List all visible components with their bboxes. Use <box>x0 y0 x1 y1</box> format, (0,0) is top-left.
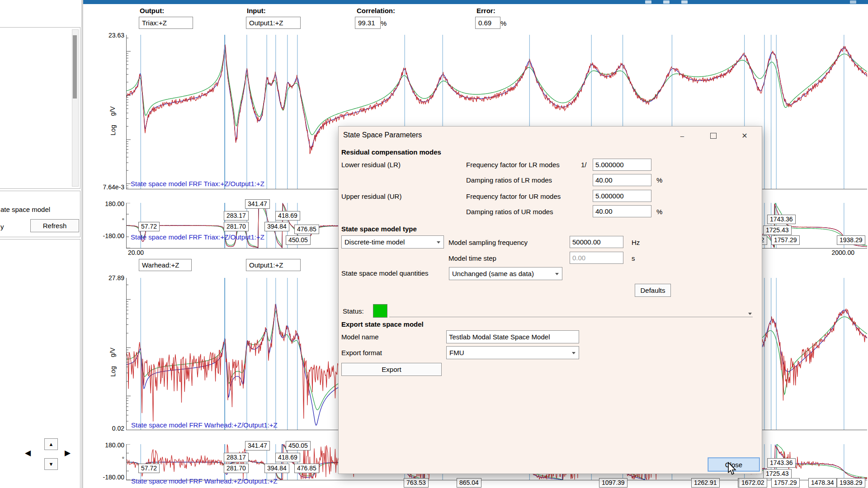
cursor-annotation[interactable]: 418.69 <box>275 211 300 221</box>
status-label: Status: <box>343 307 364 315</box>
timestep-input <box>570 252 623 264</box>
correlation-label: Correlation: <box>357 7 395 14</box>
input-field-2[interactable]: Output1:+Z <box>246 259 301 271</box>
cursor-annotation[interactable]: 1478.34 <box>808 478 837 488</box>
cursor-annotation[interactable]: 1672.02 <box>739 478 767 488</box>
output-field-2[interactable]: Warhead:+Z <box>139 259 192 271</box>
damp-lr-unit: % <box>656 176 662 184</box>
cursor-annotation[interactable]: 283.17 <box>224 453 249 462</box>
pan-left-button[interactable]: ◀ <box>25 448 31 458</box>
cursor-annotation[interactable]: 1757.29 <box>771 235 800 245</box>
scrollbar-track[interactable] <box>72 29 79 187</box>
up-arrow-icon: ▲ <box>49 441 54 447</box>
cursor-annotation[interactable]: 394.84 <box>264 464 289 473</box>
error-label: Error: <box>476 7 495 14</box>
cursor-annotation[interactable]: 281.70 <box>224 222 249 231</box>
pan-down-button[interactable]: ▼ <box>44 458 58 470</box>
freq-lr-input[interactable] <box>593 159 651 171</box>
sampling-input[interactable] <box>570 236 623 248</box>
cursor-annotation[interactable]: 1757.29 <box>771 478 800 488</box>
scrollbar-thumb[interactable] <box>73 35 77 99</box>
y-axis-unit-label: g/V <box>109 347 116 357</box>
cursor-annotation[interactable]: 341.47 <box>245 199 270 209</box>
damp-ur-label: Damping ratios of UR modes <box>466 208 553 216</box>
freq-lr-label: Frequency factor for LR modes <box>466 161 560 169</box>
freq-ur-input[interactable] <box>593 190 651 202</box>
cursor-annotation[interactable]: 1938.29 <box>837 478 865 488</box>
cursor-annotation[interactable]: 1725.43 <box>763 225 792 235</box>
cursor-annotation[interactable]: 283.17 <box>224 211 249 221</box>
dialog-title: State Space Parameters <box>343 131 422 139</box>
refresh-button[interactable]: Refresh <box>30 219 79 232</box>
right-arrow-icon: ▶ <box>65 449 71 457</box>
error-unit: % <box>500 19 506 27</box>
damp-ur-input[interactable] <box>593 205 651 217</box>
defaults-button[interactable]: Defaults <box>635 284 671 297</box>
cursor-annotation[interactable]: 1097.39 <box>599 478 627 488</box>
cursor-annotation[interactable]: 57.72 <box>138 464 160 473</box>
y-min-label: 7.64e-3 <box>88 183 124 191</box>
export-format-value: FMU <box>449 349 464 357</box>
y-max-label: 27.89 <box>88 274 124 282</box>
y-axis-unit-label: g/V <box>109 106 116 116</box>
toolbar-icon[interactable] <box>681 0 688 4</box>
cursor-annotation[interactable]: 763.53 <box>404 478 429 488</box>
section-model-type: State space model type <box>341 225 417 233</box>
y-axis-scale-label: Log <box>109 125 117 135</box>
cursor-annotation[interactable]: 281.70 <box>224 464 249 473</box>
export-button[interactable]: Export <box>341 363 442 376</box>
cursor-annotation[interactable]: 450.05 <box>286 235 311 245</box>
partial-label: y <box>0 223 4 230</box>
maximize-icon <box>710 133 717 139</box>
left-arrow-icon: ◀ <box>25 449 31 457</box>
cursor-annotation[interactable]: 1262.91 <box>691 478 720 488</box>
cursor-annotation[interactable]: 1743.36 <box>767 458 796 468</box>
model-name-input[interactable] <box>446 330 579 343</box>
toolbar-icon[interactable] <box>645 0 651 4</box>
cursor-annotation[interactable]: 1743.36 <box>767 215 796 224</box>
cursor-annotation[interactable]: 865.04 <box>457 478 481 488</box>
phase-max-label: 180.00 <box>88 441 124 449</box>
close-window-button[interactable]: ✕ <box>738 130 751 141</box>
x-max-label: 2000.00 <box>818 249 854 256</box>
minimize-button[interactable]: – <box>676 130 689 141</box>
state-space-parameters-dialog: State Space Parameters – ✕ Residual comp… <box>338 126 762 474</box>
quantities-dropdown[interactable]: Unchanged (same as data) <box>449 267 562 280</box>
pan-up-button[interactable]: ▲ <box>44 438 58 450</box>
mouse-cursor <box>727 462 737 475</box>
cursor-annotation[interactable]: 57.72 <box>138 222 160 231</box>
cursor-annotation[interactable]: 476.85 <box>294 225 319 234</box>
frf-legend[interactable]: State space model FRF Triax:+Z/Output1:+… <box>131 233 264 241</box>
status-combobox[interactable] <box>389 317 753 317</box>
section-export: Export state space model <box>341 320 424 328</box>
x-min-label: 20.00 <box>128 249 144 256</box>
correlation-unit: % <box>381 19 387 27</box>
damp-lr-input[interactable] <box>593 174 651 186</box>
correlation-value: 99.31 <box>355 17 381 29</box>
frf-legend[interactable]: State space model FRF Warhead:+Z/Output1… <box>131 477 278 485</box>
model-type-dropdown[interactable]: Discrete-time model <box>341 235 444 249</box>
toolbar-icon[interactable] <box>850 0 856 4</box>
model-type-value: Discrete-time model <box>344 238 405 246</box>
cursor-annotation[interactable]: 1938.29 <box>837 235 865 245</box>
cursor-annotation[interactable]: 394.84 <box>264 222 289 231</box>
sampling-label: Model sampling frequency <box>448 239 528 246</box>
quantities-value: Unchanged (same as data) <box>452 270 534 277</box>
cursor-annotation[interactable]: 418.69 <box>275 453 300 462</box>
maximize-button[interactable] <box>707 130 720 141</box>
toolbar-icon[interactable] <box>663 0 670 4</box>
export-format-dropdown[interactable]: FMU <box>446 346 579 359</box>
phase-degree-label: ° <box>88 217 124 224</box>
frf-legend[interactable]: State space model FRF Warhead:+Z/Output1… <box>131 421 278 429</box>
cursor-annotation[interactable]: 450.05 <box>286 441 311 450</box>
cursor-annotation[interactable]: 1725.43 <box>763 469 792 479</box>
pan-right-button[interactable]: ▶ <box>65 448 71 458</box>
error-value: 0.69 <box>475 17 500 29</box>
cursor-annotation[interactable]: 341.47 <box>245 441 270 450</box>
phase-min-label: -180.00 <box>88 474 124 481</box>
frf-legend[interactable]: State space model FRF Triax:+Z/Output1:+… <box>131 180 264 188</box>
cursor-annotation[interactable]: 476.85 <box>294 464 319 473</box>
input-field[interactable]: Output1:+Z <box>246 17 301 29</box>
chevron-down-icon[interactable] <box>748 313 752 315</box>
output-field[interactable]: Triax:+Z <box>139 17 193 29</box>
